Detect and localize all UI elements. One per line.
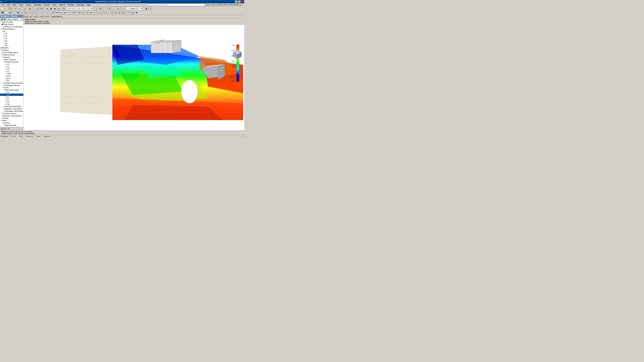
nav-sigma1-minus[interactable]: σ1- — [0, 65, 23, 68]
menu-cad-bim[interactable]: CAD-BIM — [76, 4, 85, 6]
nav-u[interactable]: ▼ [u] — [0, 30, 23, 32]
nav-solids[interactable]: ▼ Solids — [0, 119, 23, 122]
new-button[interactable]: 📄 — [1, 7, 4, 10]
nav-tau-max[interactable]: τmax — [0, 72, 23, 75]
tb2-btn-10[interactable]: ↔ — [38, 11, 42, 14]
nav-bottom-btn-2[interactable]: ▶ — [4, 127, 7, 130]
nav-pin-button[interactable]: 📌 — [18, 15, 20, 17]
nav-sigma2-minus[interactable]: σ2- — [0, 70, 23, 72]
tb2-btn-20[interactable]: ◈ — [89, 11, 93, 14]
nav-max-total-strains[interactable]: Maximum Total Strains — [0, 108, 23, 110]
tb2-btn-13[interactable]: ✚ — [52, 11, 55, 14]
nav-stresses[interactable]: ▼ Stresses — [0, 56, 23, 58]
tb2-btn-19[interactable]: ⊘ — [85, 11, 89, 14]
tb2-btn-17[interactable]: ⊠ — [78, 11, 81, 14]
tb-btn-9[interactable]: ⊕ — [108, 7, 111, 10]
menu-insert[interactable]: Insert — [18, 4, 24, 6]
nav-contact-stresses[interactable]: Contact Stresses — [0, 112, 23, 115]
menu-help[interactable]: Help — [86, 4, 92, 6]
nav-internal-forces[interactable]: Internal Forces — [0, 54, 23, 56]
tb-btn-10[interactable]: ⋮ — [113, 7, 117, 10]
nav-ux[interactable]: ux — [0, 32, 23, 35]
nav-bottom-btn-3[interactable]: ⊕ — [7, 127, 10, 130]
menu-view[interactable]: View — [12, 4, 18, 6]
tb2-btn-2[interactable]: ⬜ — [4, 11, 8, 14]
menu-results[interactable]: Results — [43, 4, 51, 6]
nav-global-def[interactable]: ▼ Global Definitions — [0, 28, 23, 30]
viewport-content[interactable]: 1.75.00 60.00 — [24, 25, 244, 130]
nav-final-results[interactable]: Final Results — [0, 23, 23, 25]
nav-principal-total-strains[interactable]: Principal Total Strains — [0, 105, 23, 108]
table-menu-edit[interactable]: Edit — [18, 135, 23, 137]
tb-btn-1[interactable]: ■ — [45, 7, 49, 10]
tb2-btn-28[interactable]: ⊠ — [122, 11, 125, 14]
nav-solids-basic-stresses[interactable]: ▼ Basic Stresses — [0, 124, 23, 126]
table-menu-selection[interactable]: Selection — [25, 135, 34, 137]
table-menu-view[interactable]: View — [36, 135, 42, 137]
menu-calculate[interactable]: Calculate — [33, 4, 42, 6]
tb-btn-8[interactable]: ↕ — [104, 7, 108, 10]
tb2-btn-22[interactable]: ▽ — [97, 11, 100, 14]
tb-btn-7[interactable]: ⊠ — [98, 7, 102, 10]
nav-differences[interactable]: Differences to initial state — [0, 25, 23, 28]
nav-phi1m[interactable]: φ1,m — [0, 75, 23, 77]
nav-principal-stresses[interactable]: ▼ Principal Stresses — [0, 61, 23, 63]
table-close-button[interactable]: × — [241, 135, 244, 137]
nav-phi-x[interactable]: φx — [0, 39, 23, 42]
nav-elastic-stress[interactable]: Elastic Stress Components — [0, 82, 23, 84]
zoom-button[interactable]: 🔍 — [32, 7, 36, 10]
tb-render-btn[interactable]: ▣ — [144, 7, 148, 10]
nav-basic-stresses[interactable]: ▶ Basic Stresses — [0, 58, 23, 61]
tb2-btn-8[interactable]: ⟵ — [29, 11, 33, 14]
window-controls[interactable]: _ □ × — [235, 0, 244, 3]
tb2-btn-14[interactable]: ✖ — [55, 11, 59, 14]
nav-sigma2-plus[interactable]: σ2+ — [0, 68, 23, 70]
nav-theta-m[interactable]: θm — [0, 79, 23, 82]
tb2-btn-18[interactable]: ◎ — [82, 11, 85, 14]
tb2-btn-9[interactable]: ⟶ — [33, 11, 37, 14]
tb2-btn-15[interactable]: ⊕ — [59, 11, 63, 14]
table-menu-goto[interactable]: Go To — [10, 135, 16, 137]
nav-uy[interactable]: uy — [0, 35, 23, 37]
menu-options[interactable]: Options — [58, 4, 66, 6]
co-combo[interactable]: CO2: LC1 + LC2 + LC3 + LC4 — [66, 7, 93, 10]
tb2-btn-4[interactable]: ⬚ — [12, 11, 16, 14]
tb2-btn-7[interactable]: ▨ — [24, 11, 28, 14]
view-combo[interactable]: 1 - Global XYZ — [126, 7, 143, 10]
redo-button[interactable]: ↷ — [18, 7, 21, 10]
undo-button[interactable]: ↶ — [14, 7, 18, 10]
tb-light-btn[interactable]: ☀ — [148, 7, 152, 10]
tb2-btn-24[interactable]: ▷ — [105, 11, 108, 14]
tb-btn-4[interactable]: ⊞ — [57, 7, 60, 10]
nav-exy-minus[interactable]: εxy- — [0, 103, 23, 105]
nav-type-results[interactable]: ▼ Type of results — [0, 21, 23, 23]
tb-btn-2[interactable]: ◼ — [49, 7, 53, 10]
tb2-btn-6[interactable]: ◫ — [20, 11, 24, 14]
nav-ey-minus[interactable]: εy- — [0, 98, 23, 100]
nav-isotropic[interactable]: Isotropic Characteristics — [0, 115, 23, 117]
tb-btn-3[interactable]: ▦ — [53, 7, 57, 10]
nav-phi-z[interactable]: φz — [0, 44, 23, 46]
nav-phi1n[interactable]: φ1,n — [0, 77, 23, 79]
nav-phi-y[interactable]: φy — [0, 42, 23, 44]
tb2-btn-5[interactable]: ▦ — [16, 11, 20, 14]
nav-members[interactable]: ▶ Members — [0, 46, 23, 49]
tb2-btn-31[interactable]: ◉ — [135, 11, 138, 14]
search-bar[interactable]: 🔍 — [148, 3, 204, 6]
nav-equiv-total-strains[interactable]: Equivalent Total Strains — [0, 110, 23, 112]
tb2-btn-25[interactable]: ⊡ — [110, 11, 114, 14]
tb-btn-5[interactable]: SC — [62, 7, 66, 10]
nav-bottom-btn-1[interactable]: ◀ — [0, 127, 3, 130]
tb2-btn-1[interactable]: ⬛ — [1, 11, 4, 14]
menu-edit[interactable]: Edit — [6, 4, 11, 6]
close-button[interactable]: × — [241, 0, 244, 3]
nav-strains[interactable]: ▼ Strains — [0, 86, 23, 89]
tb2-btn-16[interactable]: ⊗ — [63, 11, 67, 14]
nav-basic-total-strains[interactable]: ▼ Basic Total Strains — [0, 89, 23, 91]
maximize-button[interactable]: □ — [238, 0, 240, 3]
tb-btn-11[interactable]: ▷ — [117, 7, 120, 10]
nav-back-button[interactable]: ◀ — [0, 18, 3, 20]
menu-window[interactable]: Window — [66, 4, 75, 6]
search-input[interactable] — [150, 4, 204, 6]
save-button[interactable]: 💾 — [8, 7, 12, 10]
